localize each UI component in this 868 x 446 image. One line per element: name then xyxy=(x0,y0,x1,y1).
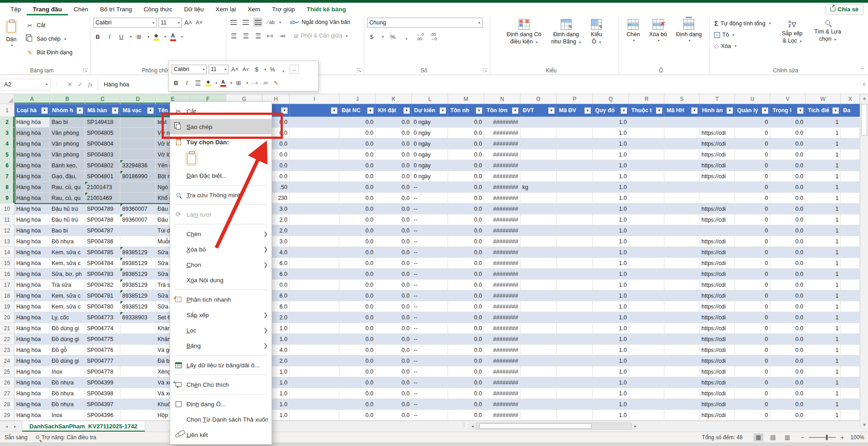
cell-A10[interactable]: Hàng hóa xyxy=(14,204,50,214)
cell-S18[interactable] xyxy=(664,290,700,301)
cell-L21[interactable]: -- xyxy=(412,323,448,334)
cell-R20[interactable] xyxy=(629,312,664,323)
cell-L7[interactable]: 0 ngày xyxy=(412,171,448,182)
cell-W8[interactable]: 1 xyxy=(806,182,841,193)
table-header-I[interactable]: ▼ xyxy=(290,104,339,117)
cell-X17[interactable] xyxy=(841,280,860,290)
cell-T24[interactable]: https://cdi xyxy=(700,356,735,366)
cell-A11[interactable]: Hàng hóa xyxy=(14,214,50,225)
context-menu-item-lien-ket[interactable]: Liên kết xyxy=(170,427,272,442)
table-header-T[interactable]: Hình ản▼ xyxy=(700,104,735,117)
fill-color-button[interactable]: ◆ xyxy=(152,33,160,41)
cell-Q12[interactable]: 1.0 xyxy=(593,225,629,236)
cell-O24[interactable] xyxy=(520,356,557,366)
cell-S21[interactable] xyxy=(664,323,700,334)
cell-R12[interactable] xyxy=(629,225,664,236)
row-number-21[interactable]: 21 xyxy=(0,323,14,334)
cell-S15[interactable] xyxy=(664,258,700,269)
cell-L14[interactable]: -- xyxy=(412,247,448,258)
cell-R18[interactable] xyxy=(629,290,664,301)
cell-N18[interactable]: ######## xyxy=(484,290,520,301)
cell-T26[interactable]: https://cdi xyxy=(700,377,735,388)
filter-icon[interactable]: ▼ xyxy=(281,107,288,114)
cell-S19[interactable] xyxy=(664,301,700,312)
cell-S3[interactable] xyxy=(664,128,700,138)
cell-J7[interactable]: 0.0 xyxy=(339,171,376,182)
cell-C8[interactable]: 21001473 xyxy=(85,182,120,193)
cell-B18[interactable]: Kem, sữa c xyxy=(50,290,85,301)
cell-R13[interactable] xyxy=(629,236,664,247)
column-header-Q[interactable]: Q xyxy=(593,94,629,104)
cell-C29[interactable]: SP004396 xyxy=(85,410,120,421)
cell-S24[interactable] xyxy=(664,356,700,366)
copy-button[interactable]: Sao chép▾ xyxy=(24,33,74,44)
cell-W3[interactable]: 1 xyxy=(806,128,841,138)
cell-N27[interactable]: ######## xyxy=(484,388,520,399)
cell-A13[interactable]: Hàng hóa xyxy=(14,236,50,247)
cell-D4[interactable] xyxy=(120,138,156,149)
cell-A20[interactable]: Hàng hóa xyxy=(14,312,50,323)
cell-L9[interactable]: -- xyxy=(412,193,448,204)
table-header-S[interactable]: Mã HH▼ xyxy=(664,104,700,117)
orientation-icon[interactable]: ⟋ab xyxy=(266,18,275,27)
cell-L6[interactable]: 0 ngày xyxy=(412,160,448,171)
cell-P12[interactable] xyxy=(557,225,593,236)
cell-D11[interactable]: 89360007 xyxy=(120,214,156,225)
cell-V27[interactable]: 0.0 xyxy=(770,388,806,399)
cell-R28[interactable] xyxy=(629,399,664,410)
column-header-A[interactable]: A xyxy=(14,94,50,104)
cell-X2[interactable] xyxy=(841,117,860,128)
cell-Q25[interactable]: 1.0 xyxy=(593,366,629,377)
cell-R19[interactable] xyxy=(629,301,664,312)
cell-A3[interactable]: Hàng hóa xyxy=(14,128,50,138)
cell-P8[interactable] xyxy=(557,182,593,193)
cell-U27[interactable]: 0 xyxy=(735,388,770,399)
row-number-3[interactable]: 3 xyxy=(0,128,14,138)
cell-P15[interactable] xyxy=(557,258,593,269)
collapse-ribbon-icon[interactable]: ⌃ xyxy=(860,67,864,73)
cell-N6[interactable]: ######## xyxy=(484,160,520,171)
cell-M22[interactable]: 0.0 xyxy=(448,334,484,345)
table-header-V[interactable]: Trọng l▼ xyxy=(770,104,806,117)
cell-D8[interactable] xyxy=(120,182,156,193)
cell-B13[interactable]: Đồ nhựa xyxy=(50,236,85,247)
menu-du-lieu[interactable]: Dữ liệu xyxy=(178,3,210,15)
cell-L3[interactable]: 0 ngày xyxy=(412,128,448,138)
cell-D22[interactable] xyxy=(120,334,156,345)
cell-K9[interactable]: 0.0 xyxy=(376,193,412,204)
cell-C16[interactable]: SP004783 xyxy=(85,269,120,280)
cell-O13[interactable] xyxy=(520,236,557,247)
cell-N14[interactable]: ######## xyxy=(484,247,520,258)
cell-S22[interactable] xyxy=(664,334,700,345)
cell-R23[interactable] xyxy=(629,345,664,356)
cell-M20[interactable]: 0.0 xyxy=(448,312,484,323)
context-menu-item-loc[interactable]: Lọc❯ xyxy=(170,323,272,338)
cell-D24[interactable] xyxy=(120,356,156,366)
cell-P7[interactable] xyxy=(557,171,593,182)
cell-K12[interactable]: 0.0 xyxy=(376,225,412,236)
decrease-decimal-icon[interactable]: .00 xyxy=(261,78,270,87)
cell-I29[interactable] xyxy=(290,410,339,421)
cell-U17[interactable]: 0 xyxy=(735,280,770,290)
insert-function-icon[interactable]: fx xyxy=(88,81,92,88)
format-cells-button[interactable]: Định dạng ▾ xyxy=(673,18,705,44)
column-header-S[interactable]: S xyxy=(664,94,700,104)
cell-L10[interactable]: -- xyxy=(412,204,448,214)
decrease-indent-icon[interactable]: ⇤≡ xyxy=(266,31,275,40)
cell-T28[interactable]: https://cdi xyxy=(700,399,735,410)
cell-U25[interactable]: 0 xyxy=(735,366,770,377)
cell-W21[interactable]: 1 xyxy=(806,323,841,334)
cell-U26[interactable]: 0 xyxy=(735,377,770,388)
cell-P4[interactable] xyxy=(557,138,593,149)
column-header-T[interactable]: T xyxy=(700,94,735,104)
cell-W18[interactable]: 1 xyxy=(806,290,841,301)
cell-R7[interactable] xyxy=(629,171,664,182)
cell-K23[interactable]: 0.0 xyxy=(376,345,412,356)
cell-J11[interactable]: 0.0 xyxy=(339,214,376,225)
align-right-icon[interactable] xyxy=(253,31,262,40)
cell-N2[interactable]: ######## xyxy=(484,117,520,128)
cell-L13[interactable]: -- xyxy=(412,236,448,247)
cell-O19[interactable] xyxy=(520,301,557,312)
cell-T13[interactable]: https://cdi xyxy=(700,236,735,247)
font-size-combo[interactable]: 11▾ xyxy=(158,18,182,28)
